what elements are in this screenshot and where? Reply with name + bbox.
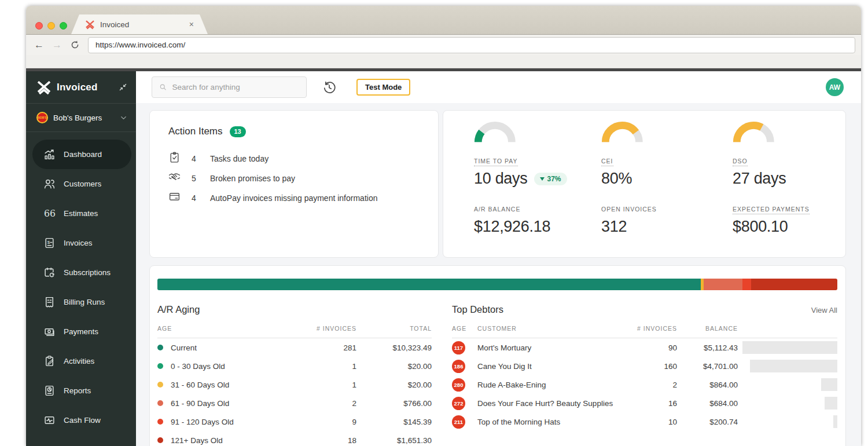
sidebar-item-invoices[interactable]: $ Invoices <box>26 228 136 258</box>
aging-row-121plus[interactable]: 121+ Days Old 18$1,651.30 <box>157 431 432 446</box>
col-age: AGE <box>452 325 477 332</box>
sidebar-item-cash-flow[interactable]: Cash Flow <box>26 405 136 435</box>
sidebar-item-dashboard[interactable]: Dashboard <box>32 140 131 169</box>
refresh-icon[interactable] <box>70 40 80 50</box>
screenshot-stage: Invoiced × ← → https://www.invoiced.com/ <box>0 0 868 446</box>
age-dot <box>157 382 163 387</box>
action-item-autopay[interactable]: 4 AutoPay invoices missing payment infor… <box>168 191 420 203</box>
sidebar-item-label: Estimates <box>64 209 98 218</box>
org-logo: BOB'S <box>36 112 48 123</box>
balance-bar <box>742 341 837 354</box>
metrics-card: TIME TO PAY CEI DSO 10 days 37% <box>443 110 846 258</box>
col-invoices: # INVOICES <box>304 325 356 332</box>
sidebar-item-payments[interactable]: Payments <box>26 317 136 346</box>
sidebar-item-estimates[interactable]: 66 Estimates <box>26 199 136 228</box>
org-switcher[interactable]: BOB'S Bob's Burgers <box>26 103 136 132</box>
address-bar[interactable]: https://www.invoiced.com/ <box>88 37 855 53</box>
age-badge: 272 <box>452 397 465 410</box>
aging-row-61-90[interactable]: 61 - 90 Days Old 2$766.00 <box>157 394 432 412</box>
cei-label: CEI <box>601 158 733 164</box>
age-dot <box>157 400 163 406</box>
payments-cash-icon <box>43 326 56 338</box>
debtor-row[interactable]: 272 Does Your Face Hurt? Beauty Supplies… <box>452 394 837 412</box>
back-icon[interactable]: ← <box>34 40 44 50</box>
window-controls[interactable] <box>35 22 67 30</box>
action-item-broken-promises[interactable]: 5 Broken promises to pay <box>168 171 420 184</box>
sidebar-item-label: Billing Runs <box>64 298 105 306</box>
invoiced-favicon <box>85 20 95 30</box>
balance-bar <box>833 415 837 428</box>
stacked-bar-segment-121+ <box>751 279 837 290</box>
aging-row-current[interactable]: Current 281$10,323.49 <box>157 338 432 357</box>
sidebar-item-subscriptions[interactable]: Subscriptions <box>26 258 136 287</box>
collapse-sidebar-icon[interactable] <box>118 82 128 92</box>
search-box[interactable] <box>152 76 307 98</box>
stacked-bar-segment-61-90 <box>704 279 742 290</box>
sidebar-item-activities[interactable]: Activities <box>26 346 136 376</box>
svg-text:66: 66 <box>44 208 56 219</box>
sidebar-item-label: Reports <box>64 386 91 395</box>
invoiced-logo-icon <box>36 80 52 95</box>
search-icon <box>159 83 167 92</box>
browser-tab-strip: Invoiced × <box>26 6 861 35</box>
age-dot <box>157 437 163 443</box>
sidebar-item-customers[interactable]: Customers <box>26 169 136 199</box>
debtor-row[interactable]: 280 Rude A-Bake-Ening 2 $864.00 <box>452 375 837 394</box>
sidebar-item-reports[interactable]: Reports <box>26 376 136 405</box>
age-badge: 280 <box>452 378 465 392</box>
aging-stacked-bar <box>157 279 837 290</box>
main-area: Test Mode AW Action Items 13 <box>136 71 861 446</box>
age-badge: 117 <box>452 341 465 354</box>
billing-runs-receipt-icon <box>43 296 56 308</box>
close-window-button[interactable] <box>35 22 43 30</box>
debtor-row[interactable]: 211 Top of the Morning Hats 10 $200.74 <box>452 412 837 431</box>
svg-text:$: $ <box>47 240 50 245</box>
sidebar: Invoiced BOB'S Bob's Burgers <box>26 71 136 446</box>
age-dot <box>157 419 163 425</box>
zoom-window-button[interactable] <box>60 22 67 30</box>
cei-gauge <box>601 121 643 144</box>
ar-aging-title: A/R Aging <box>157 304 200 315</box>
sidebar-item-label: Activities <box>64 357 94 365</box>
chevron-down-icon <box>119 114 128 122</box>
expected-payments-label: EXPECTED PAYMENTS <box>733 206 845 213</box>
debtor-row[interactable]: 117 Mort's Mortuary 90 $5,112.43 <box>452 338 837 357</box>
debtor-row[interactable]: 186 Cane You Dig It 160 $4,701.00 <box>452 357 837 375</box>
avatar[interactable]: AW <box>826 78 844 96</box>
action-item-label: AutoPay invoices missing payment informa… <box>204 193 420 203</box>
action-items-title: Action Items <box>168 126 223 137</box>
history-icon[interactable] <box>322 80 337 95</box>
aging-debtors-card: A/R Aging AGE # INVOICES TOTAL Current 2… <box>149 265 846 446</box>
minimize-window-button[interactable] <box>47 22 55 30</box>
current-dot <box>157 345 163 350</box>
action-item-count: 4 <box>183 193 204 203</box>
sidebar-item-label: Dashboard <box>64 150 102 159</box>
browser-chrome-padding <box>26 55 861 68</box>
action-item-tasks[interactable]: 4 Tasks due today <box>168 151 420 164</box>
tab-close-icon[interactable]: × <box>189 20 194 28</box>
sidebar-item-billing-runs[interactable]: Billing Runs <box>26 287 136 317</box>
aging-row-91-120[interactable]: 91 - 120 Days Old 9$145.39 <box>157 412 432 431</box>
col-age: AGE <box>157 325 304 332</box>
aging-row-31-60[interactable]: 31 - 60 Days Old 1$20.00 <box>157 375 432 394</box>
aging-row-0-30[interactable]: 0 - 30 Days Old 1$20.00 <box>157 357 432 375</box>
search-input[interactable] <box>172 83 299 92</box>
browser-tab[interactable]: Invoiced × <box>71 14 208 34</box>
col-invoices: # INVOICES <box>625 325 677 332</box>
age-badge: 186 <box>452 360 465 373</box>
action-item-label: Tasks due today <box>204 154 420 163</box>
sidebar-item-label: Subscriptions <box>64 268 111 277</box>
sidebar-nav: Dashboard Customers 66 Estimates <box>26 132 136 435</box>
dso-value: 27 days <box>733 170 786 188</box>
triangle-down-icon <box>540 177 545 181</box>
stacked-bar-segment-current <box>157 279 701 290</box>
reports-icon <box>43 385 56 397</box>
estimates-quotes-icon: 66 <box>43 207 56 220</box>
test-mode-badge[interactable]: Test Mode <box>356 79 410 96</box>
time-to-pay-label: TIME TO PAY <box>474 158 601 164</box>
customers-icon <box>43 178 56 190</box>
col-customer: CUSTOMER <box>477 325 625 332</box>
org-name: Bob's Burgers <box>53 114 114 122</box>
view-all-link[interactable]: View All <box>811 306 837 315</box>
cash-flow-icon <box>43 414 56 426</box>
